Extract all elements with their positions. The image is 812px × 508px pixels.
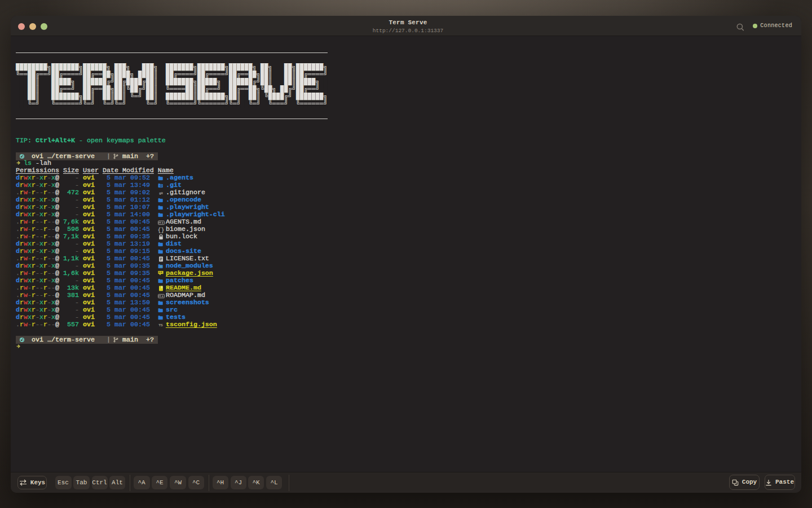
- svg-text:TS: TS: [158, 323, 163, 327]
- svg-text:git: git: [159, 191, 163, 195]
